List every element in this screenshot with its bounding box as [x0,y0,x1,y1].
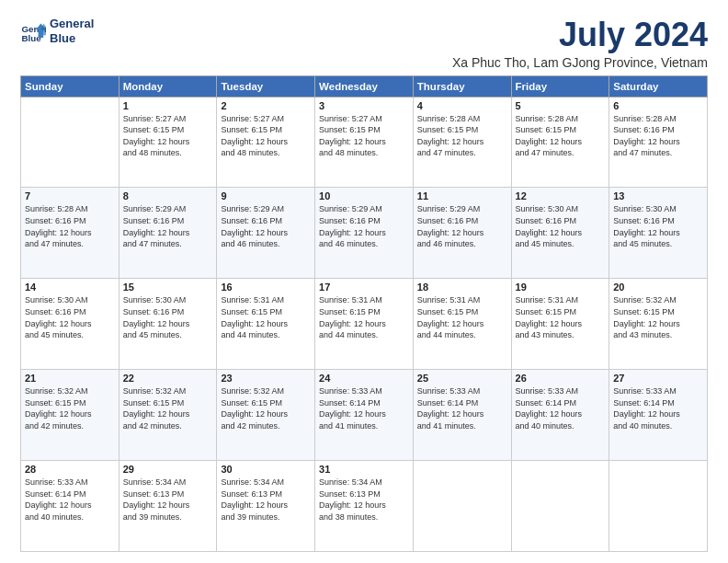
calendar-cell: 7Sunrise: 5:28 AM Sunset: 6:16 PM Daylig… [21,188,119,279]
calendar-header-row: Sunday Monday Tuesday Wednesday Thursday… [21,75,708,97]
calendar-week-row: 21Sunrise: 5:32 AM Sunset: 6:15 PM Dayli… [21,370,708,461]
day-info: Sunrise: 5:29 AM Sunset: 6:16 PM Dayligh… [123,203,213,249]
calendar-cell [511,461,609,552]
day-info: Sunrise: 5:32 AM Sunset: 6:15 PM Dayligh… [613,294,703,340]
day-info: Sunrise: 5:31 AM Sunset: 6:15 PM Dayligh… [319,294,409,340]
day-number: 18 [417,282,507,293]
day-number: 3 [319,100,409,111]
day-info: Sunrise: 5:33 AM Sunset: 6:14 PM Dayligh… [25,477,115,523]
day-info: Sunrise: 5:33 AM Sunset: 6:14 PM Dayligh… [319,385,409,431]
day-number: 19 [516,282,606,293]
day-number: 30 [221,464,311,475]
day-number: 20 [613,282,703,293]
calendar-cell: 26Sunrise: 5:33 AM Sunset: 6:14 PM Dayli… [511,370,609,461]
day-info: Sunrise: 5:32 AM Sunset: 6:15 PM Dayligh… [221,385,311,431]
calendar-cell: 4Sunrise: 5:28 AM Sunset: 6:15 PM Daylig… [413,97,511,188]
day-number: 13 [613,190,703,201]
calendar-cell: 23Sunrise: 5:32 AM Sunset: 6:15 PM Dayli… [217,370,315,461]
logo: General Blue General Blue [20,17,94,45]
day-number: 24 [319,373,409,384]
calendar-cell: 31Sunrise: 5:34 AM Sunset: 6:13 PM Dayli… [315,461,414,552]
col-thursday: Thursday [413,75,511,97]
calendar-cell: 13Sunrise: 5:30 AM Sunset: 6:16 PM Dayli… [609,188,708,279]
calendar-week-row: 1Sunrise: 5:27 AM Sunset: 6:15 PM Daylig… [21,97,708,188]
day-info: Sunrise: 5:30 AM Sunset: 6:16 PM Dayligh… [25,294,115,340]
location: Xa Phuc Tho, Lam GJong Province, Vietnam [452,55,708,70]
day-info: Sunrise: 5:31 AM Sunset: 6:15 PM Dayligh… [516,294,606,340]
day-info: Sunrise: 5:28 AM Sunset: 6:15 PM Dayligh… [516,113,606,159]
day-info: Sunrise: 5:27 AM Sunset: 6:15 PM Dayligh… [319,113,409,159]
calendar-table: Sunday Monday Tuesday Wednesday Thursday… [20,75,708,552]
day-info: Sunrise: 5:29 AM Sunset: 6:16 PM Dayligh… [417,203,507,249]
calendar-week-row: 28Sunrise: 5:33 AM Sunset: 6:14 PM Dayli… [21,461,708,552]
day-number: 8 [123,190,213,201]
title-block: July 2024 Xa Phuc Tho, Lam GJong Provinc… [452,17,708,70]
calendar-cell: 2Sunrise: 5:27 AM Sunset: 6:15 PM Daylig… [217,97,315,188]
calendar-cell: 24Sunrise: 5:33 AM Sunset: 6:14 PM Dayli… [315,370,414,461]
day-info: Sunrise: 5:32 AM Sunset: 6:15 PM Dayligh… [25,385,115,431]
col-saturday: Saturday [609,75,708,97]
col-wednesday: Wednesday [315,75,414,97]
day-info: Sunrise: 5:28 AM Sunset: 6:15 PM Dayligh… [417,113,507,159]
day-info: Sunrise: 5:33 AM Sunset: 6:14 PM Dayligh… [613,385,703,431]
calendar-cell: 11Sunrise: 5:29 AM Sunset: 6:16 PM Dayli… [413,188,511,279]
calendar-cell: 5Sunrise: 5:28 AM Sunset: 6:15 PM Daylig… [511,97,609,188]
calendar-cell: 8Sunrise: 5:29 AM Sunset: 6:16 PM Daylig… [119,188,217,279]
day-number: 7 [25,190,115,201]
calendar-cell: 27Sunrise: 5:33 AM Sunset: 6:14 PM Dayli… [609,370,708,461]
day-number: 5 [516,100,606,111]
calendar-week-row: 14Sunrise: 5:30 AM Sunset: 6:16 PM Dayli… [21,279,708,370]
day-info: Sunrise: 5:29 AM Sunset: 6:16 PM Dayligh… [221,203,311,249]
calendar-cell: 19Sunrise: 5:31 AM Sunset: 6:15 PM Dayli… [511,279,609,370]
calendar-cell: 29Sunrise: 5:34 AM Sunset: 6:13 PM Dayli… [119,461,217,552]
calendar-cell: 20Sunrise: 5:32 AM Sunset: 6:15 PM Dayli… [609,279,708,370]
day-number: 21 [25,373,115,384]
day-number: 4 [417,100,507,111]
day-info: Sunrise: 5:28 AM Sunset: 6:16 PM Dayligh… [613,113,703,159]
day-number: 31 [319,464,409,475]
calendar-cell: 17Sunrise: 5:31 AM Sunset: 6:15 PM Dayli… [315,279,414,370]
col-friday: Friday [511,75,609,97]
calendar-cell: 16Sunrise: 5:31 AM Sunset: 6:15 PM Dayli… [217,279,315,370]
day-number: 23 [221,373,311,384]
calendar-cell: 30Sunrise: 5:34 AM Sunset: 6:13 PM Dayli… [217,461,315,552]
day-number: 12 [516,190,606,201]
day-info: Sunrise: 5:27 AM Sunset: 6:15 PM Dayligh… [221,113,311,159]
calendar-page: General Blue General Blue July 2024 Xa P… [0,0,728,563]
month-title: July 2024 [452,17,708,53]
calendar-cell: 28Sunrise: 5:33 AM Sunset: 6:14 PM Dayli… [21,461,119,552]
calendar-week-row: 7Sunrise: 5:28 AM Sunset: 6:16 PM Daylig… [21,188,708,279]
day-info: Sunrise: 5:30 AM Sunset: 6:16 PM Dayligh… [123,294,213,340]
day-number: 2 [221,100,311,111]
day-number: 25 [417,373,507,384]
day-number: 15 [123,282,213,293]
logo-line1: General [50,17,94,31]
logo-line2: Blue [50,31,94,46]
day-number: 9 [221,190,311,201]
day-info: Sunrise: 5:27 AM Sunset: 6:15 PM Dayligh… [123,113,213,159]
calendar-cell [413,461,511,552]
calendar-cell: 1Sunrise: 5:27 AM Sunset: 6:15 PM Daylig… [119,97,217,188]
calendar-cell: 18Sunrise: 5:31 AM Sunset: 6:15 PM Dayli… [413,279,511,370]
calendar-cell: 22Sunrise: 5:32 AM Sunset: 6:15 PM Dayli… [119,370,217,461]
day-number: 1 [123,100,213,111]
day-number: 27 [613,373,703,384]
day-number: 17 [319,282,409,293]
calendar-cell: 12Sunrise: 5:30 AM Sunset: 6:16 PM Dayli… [511,188,609,279]
col-monday: Monday [119,75,217,97]
day-info: Sunrise: 5:28 AM Sunset: 6:16 PM Dayligh… [25,203,115,249]
day-number: 16 [221,282,311,293]
header: General Blue General Blue July 2024 Xa P… [20,17,708,70]
day-info: Sunrise: 5:30 AM Sunset: 6:16 PM Dayligh… [613,203,703,249]
day-info: Sunrise: 5:34 AM Sunset: 6:13 PM Dayligh… [123,477,213,523]
day-number: 14 [25,282,115,293]
calendar-cell: 3Sunrise: 5:27 AM Sunset: 6:15 PM Daylig… [315,97,414,188]
day-info: Sunrise: 5:33 AM Sunset: 6:14 PM Dayligh… [516,385,606,431]
calendar-cell: 10Sunrise: 5:29 AM Sunset: 6:16 PM Dayli… [315,188,414,279]
day-number: 26 [516,373,606,384]
calendar-cell: 15Sunrise: 5:30 AM Sunset: 6:16 PM Dayli… [119,279,217,370]
day-info: Sunrise: 5:31 AM Sunset: 6:15 PM Dayligh… [417,294,507,340]
day-number: 22 [123,373,213,384]
calendar-cell: 21Sunrise: 5:32 AM Sunset: 6:15 PM Dayli… [21,370,119,461]
day-number: 29 [123,464,213,475]
